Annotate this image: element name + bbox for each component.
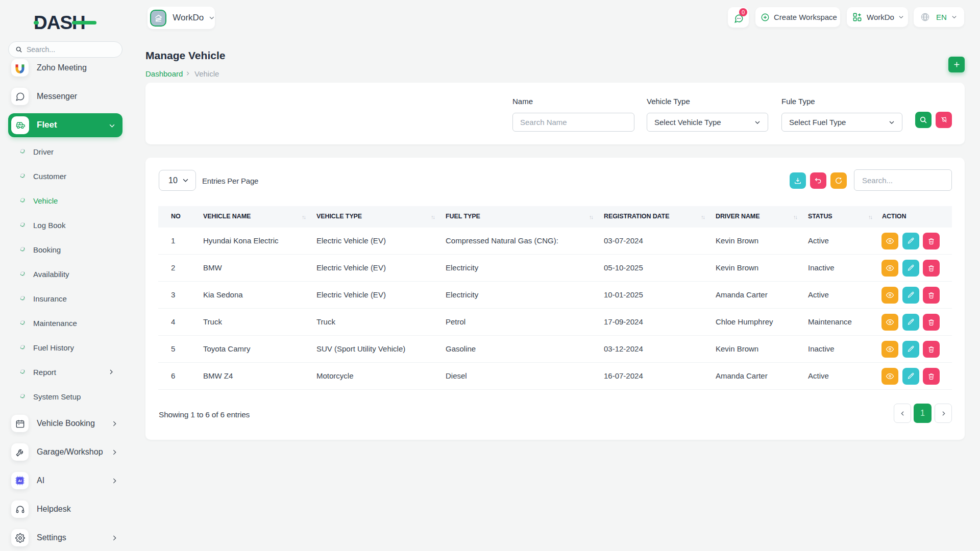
svg-text:AI: AI <box>18 479 21 483</box>
